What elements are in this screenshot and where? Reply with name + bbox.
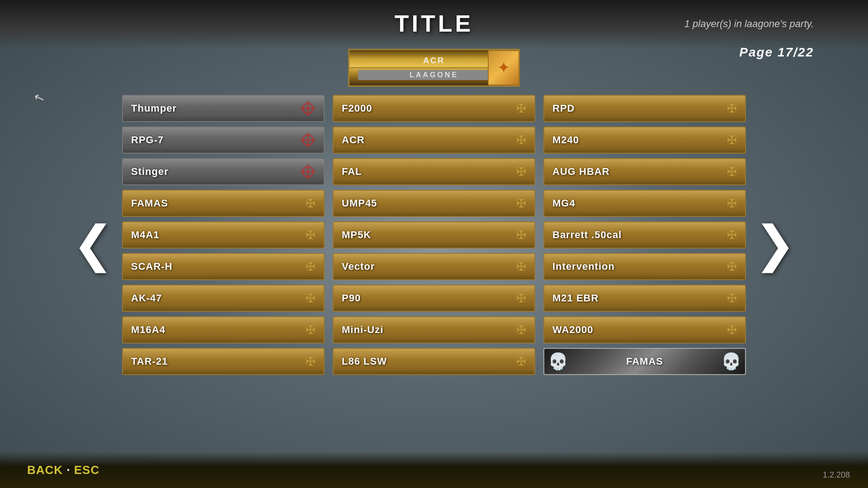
iron-cross-icon: ✠ — [727, 323, 737, 337]
party-info: 1 player(s) in laagone's party. — [684, 18, 814, 30]
iron-cross-icon: ✠ — [516, 165, 526, 179]
back-label: BACK · ESC — [27, 463, 99, 477]
weapon-btn-m240[interactable]: M240 ✠ — [543, 127, 746, 154]
weapon-btn-wa2000[interactable]: WA2000 ✠ — [543, 316, 746, 343]
iron-cross-icon: ✠ — [727, 291, 737, 305]
weapon-btn-tar21[interactable]: TAR-21 ✠ — [122, 348, 325, 375]
weapon-btn-p90[interactable]: P90 ✠ — [333, 285, 535, 312]
weapon-btn-l86lsw[interactable]: L86 LSW ✠ — [333, 348, 535, 375]
weapon-btn-mg4[interactable]: MG4 ✠ — [543, 190, 746, 217]
next-page-button[interactable]: ❯ — [754, 215, 796, 273]
prev-page-button[interactable]: ❮ — [72, 215, 114, 273]
weapon-btn-f2000[interactable]: F2000 ✠ — [333, 95, 535, 122]
weapon-btn-famas-special[interactable]: 💀 FAMAS 💀 — [543, 348, 746, 375]
weapon-btn-acr[interactable]: ACR ✠ — [333, 127, 535, 154]
version-label: 1.2.208 — [823, 470, 850, 480]
player-name: LAAGONE — [410, 71, 458, 79]
iron-cross-icon: ✠ — [516, 197, 526, 211]
weapon-btn-intervention[interactable]: Intervention ✠ — [543, 253, 746, 280]
iron-cross-icon: ✠ — [306, 197, 316, 211]
player-weapon: ACR — [423, 56, 445, 66]
weapon-btn-m21ebr[interactable]: M21 EBR ✠ — [543, 285, 746, 312]
weapon-btn-mini-uzi[interactable]: Mini-Uzi ✠ — [333, 316, 535, 343]
weapon-btn-ak47[interactable]: AK-47 ✠ — [122, 285, 325, 312]
iron-cross-icon: ✠ — [516, 323, 526, 337]
page-title: TITLE — [395, 10, 473, 37]
weapon-btn-m16a4[interactable]: M16A4 ✠ — [122, 316, 325, 343]
iron-cross-icon: ✠ — [727, 102, 737, 116]
weapon-btn-famas-1[interactable]: FAMAS ✠ — [122, 190, 325, 217]
crosshair-icon-rpg7 — [300, 132, 316, 148]
iron-cross-icon: ✠ — [516, 260, 526, 274]
weapon-btn-barrett-50cal[interactable]: Barrett .50cal ✠ — [543, 221, 746, 249]
weapon-btn-aug-hbar[interactable]: AUG HBAR ✠ — [543, 158, 746, 185]
iron-cross-icon: ✠ — [516, 291, 526, 305]
player-card-badge: ✦ — [488, 50, 519, 85]
weapon-btn-fal[interactable]: FAL ✠ — [333, 158, 535, 185]
iron-cross-icon: ✠ — [727, 197, 737, 211]
weapon-btn-rpg7[interactable]: RPG-7 — [122, 127, 325, 154]
iron-cross-icon: ✠ — [306, 291, 316, 305]
weapon-btn-vector[interactable]: Vector ✠ — [333, 253, 535, 280]
weapon-btn-rpd[interactable]: RPD ✠ — [543, 95, 746, 122]
iron-cross-icon: ✠ — [306, 260, 316, 274]
skull-right-icon: 💀 — [721, 352, 741, 371]
iron-cross-icon: ✠ — [516, 133, 526, 147]
iron-cross-icon: ✠ — [516, 228, 526, 242]
weapon-btn-m4a1[interactable]: M4A1 ✠ — [122, 221, 325, 249]
iron-cross-icon: ✠ — [727, 228, 737, 242]
weapon-grid: Thumper RPG-7 Stinger FAMAS ✠ M4A1 ✠ SCA… — [122, 95, 746, 375]
iron-cross-icon: ✠ — [306, 323, 316, 337]
weapon-btn-scar-h[interactable]: SCAR-H ✠ — [122, 253, 325, 280]
crosshair-icon-stinger — [300, 164, 316, 179]
weapon-btn-ump45[interactable]: UMP45 ✠ — [333, 190, 535, 217]
iron-cross-icon: ✠ — [516, 355, 526, 369]
weapon-btn-mp5k[interactable]: MP5K ✠ — [333, 221, 535, 249]
page-number: Page 17/22 — [739, 45, 814, 60]
crosshair-icon-thumper — [300, 101, 316, 116]
footer: BACK · ESC 1.2.208 — [0, 452, 868, 488]
weapon-btn-thumper[interactable]: Thumper — [122, 95, 325, 122]
iron-cross-icon: ✠ — [727, 133, 737, 147]
weapon-btn-stinger[interactable]: Stinger — [122, 158, 325, 185]
iron-cross-icon: ✠ — [306, 228, 316, 242]
iron-cross-icon: ✠ — [306, 355, 316, 369]
iron-cross-icon: ✠ — [516, 102, 526, 116]
skull-left-icon: 💀 — [548, 352, 568, 371]
iron-cross-icon: ✠ — [727, 260, 737, 274]
player-card: ACR LAAGONE ✦ — [348, 49, 520, 87]
iron-cross-icon: ✠ — [727, 165, 737, 179]
